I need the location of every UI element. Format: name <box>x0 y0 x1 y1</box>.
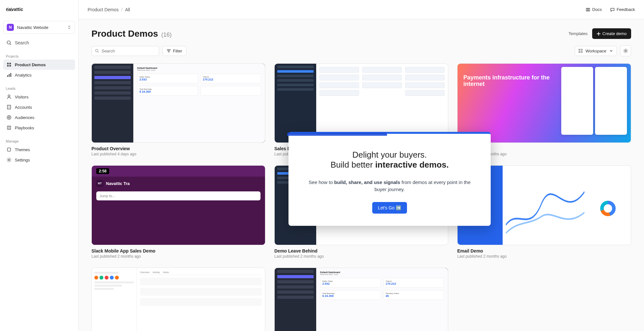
svg-rect-2 <box>7 63 9 64</box>
sidebar-item-label: Playbooks <box>15 125 34 130</box>
svg-rect-3 <box>9 63 11 64</box>
chevron-up-down-icon <box>67 25 71 30</box>
overlay-body: See how to build, share, and use signals… <box>308 179 471 193</box>
sidebar-item-label: Accounts <box>15 105 32 110</box>
demo-card-title: Email Demo <box>457 248 631 253</box>
gear-icon <box>623 48 628 53</box>
search-input-wrap[interactable] <box>91 46 159 56</box>
demo-card-title: Demo Leave Behind <box>274 248 448 253</box>
create-demo-label: Create demo <box>602 31 627 36</box>
grid-view-icon <box>578 49 583 53</box>
book-open-icon <box>586 7 590 12</box>
demo-thumbnail: Default Dashboard Welcome back, Lucy! Sa… <box>91 63 265 143</box>
svg-rect-4 <box>7 65 9 67</box>
create-demo-button[interactable]: Create demo <box>592 28 631 39</box>
sidebar-item-label: Themes <box>15 147 30 152</box>
filter-button[interactable]: Filter <box>162 46 186 56</box>
palette-icon <box>6 147 12 152</box>
workspace-name: Navattic Website <box>17 25 64 30</box>
user-icon <box>6 94 12 99</box>
demo-card-subtitle: Last published 2 months ago <box>457 254 631 259</box>
target-icon <box>6 115 12 120</box>
feedback-link[interactable]: Feedback <box>610 7 635 12</box>
svg-point-12 <box>8 117 10 118</box>
search-icon <box>6 40 12 45</box>
svg-rect-22 <box>581 49 582 51</box>
filter-label: Filter <box>173 49 182 53</box>
svg-point-11 <box>7 115 11 119</box>
view-dropdown[interactable]: Workspace <box>575 46 617 56</box>
view-label: Workspace <box>585 49 606 53</box>
svg-rect-10 <box>7 105 11 109</box>
brand: navattic <box>0 0 78 18</box>
speech-bubble-icon <box>610 7 615 12</box>
svg-text:navattic: navattic <box>6 7 23 12</box>
sidebar-section-manage: Manage <box>3 137 75 144</box>
sidebar: navattic N Navattic Website Search Proje… <box>0 0 79 331</box>
breadcrumb-separator: / <box>121 7 122 12</box>
sidebar-item-playbooks[interactable]: Playbooks <box>3 123 75 133</box>
docs-label: Docs <box>592 7 602 12</box>
sidebar-item-label: Product Demos <box>15 62 46 67</box>
sidebar-item-label: Analytics <box>15 73 32 78</box>
demo-thumbnail: Payments infrastructure for the internet <box>457 63 631 143</box>
chevron-down-icon <box>609 49 613 53</box>
overlay-title: Delight your buyers. Build better intera… <box>308 150 471 170</box>
breadcrumb-leaf: All <box>125 7 130 12</box>
demo-card-subtitle: Last published 2 months ago <box>274 254 448 259</box>
search-label: Search <box>15 40 29 45</box>
brand-logo: navattic <box>6 6 38 13</box>
search-input[interactable] <box>101 49 156 53</box>
sidebar-item-audiences[interactable]: Audiences <box>3 112 75 123</box>
svg-point-25 <box>625 50 627 52</box>
svg-rect-24 <box>581 51 582 53</box>
gear-icon <box>6 157 12 162</box>
svg-rect-8 <box>10 73 11 77</box>
sidebar-item-visitors[interactable]: Visitors <box>3 92 75 102</box>
sidebar-item-product-demos[interactable]: Product Demos <box>3 60 75 70</box>
topbar: Product Demos / All Docs Feedback <box>79 0 644 19</box>
book-icon <box>6 125 12 130</box>
settings-view-button[interactable] <box>620 45 631 56</box>
demo-card[interactable]: Default Dashboard Welcome back, Lucy! Sa… <box>91 63 265 156</box>
feedback-label: Feedback <box>617 7 635 12</box>
plus-icon <box>597 32 601 36</box>
demo-card[interactable]: 2:58 NT Navattic Tra Jump to... Slack Mo… <box>91 165 265 258</box>
svg-rect-7 <box>9 74 10 77</box>
building-icon <box>6 105 12 110</box>
svg-rect-13 <box>7 148 11 151</box>
templates-link[interactable]: Templates <box>569 31 588 36</box>
grid-icon <box>6 62 12 67</box>
demo-card-subtitle: Last published 4 days ago <box>91 152 265 156</box>
demo-card-title: Product Overview <box>91 146 265 151</box>
demo-card[interactable]: OverviewActivityNotes Hubspot Integratio… <box>91 268 265 331</box>
sidebar-item-label: Audiences <box>15 115 34 120</box>
docs-link[interactable]: Docs <box>586 7 602 12</box>
svg-rect-23 <box>579 51 580 53</box>
breadcrumb: Product Demos / All <box>88 7 130 12</box>
sidebar-item-settings[interactable]: Settings <box>3 155 75 165</box>
sidebar-item-analytics[interactable]: Analytics <box>3 70 75 80</box>
search-button[interactable]: Search <box>3 38 75 48</box>
svg-point-9 <box>8 95 10 97</box>
onboarding-overlay: Delight your buyers. Build better intera… <box>289 132 491 226</box>
demo-card[interactable]: Default Dashboard Welcome back, Lucy! Sa… <box>274 268 448 331</box>
chart-bar-icon <box>6 72 12 78</box>
sidebar-section-leads: Leads <box>3 84 75 92</box>
sidebar-item-label: Visitors <box>15 95 28 99</box>
workspace-switcher[interactable]: N Navattic Website <box>3 21 75 34</box>
demo-thumbnail <box>274 63 448 143</box>
count-badge: (16) <box>161 32 172 38</box>
demo-thumbnail: Default Dashboard Welcome back, Lucy! Sa… <box>274 268 448 331</box>
demo-thumbnail: 2:58 NT Navattic Tra Jump to... <box>91 165 265 245</box>
sidebar-item-themes[interactable]: Themes <box>3 144 75 155</box>
svg-rect-5 <box>9 65 11 67</box>
workspace-badge: N <box>7 24 14 31</box>
svg-point-14 <box>8 159 10 161</box>
lets-go-button[interactable]: Let's Go ➡️ <box>372 202 407 214</box>
breadcrumb-root[interactable]: Product Demos <box>88 7 118 12</box>
sidebar-item-label: Settings <box>15 158 30 162</box>
overlay-accent-bar <box>287 133 387 136</box>
svg-rect-21 <box>579 49 580 51</box>
sidebar-item-accounts[interactable]: Accounts <box>3 102 75 112</box>
